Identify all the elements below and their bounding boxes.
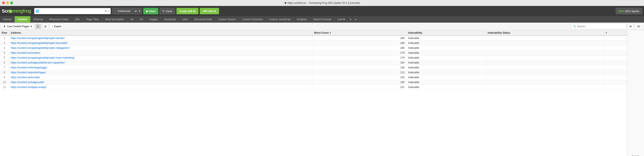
col-word-count[interactable]: Word Count bbox=[312, 30, 406, 36]
list-icon: ☰ bbox=[37, 25, 40, 28]
mode-selector[interactable]: ⬦ Subdomain ▾ bbox=[112, 8, 142, 14]
row-address[interactable]: https://sunbird.se/foretagslogga/ bbox=[9, 65, 312, 70]
table-row[interactable]: 7 https://sunbird.se/foretagslogga/ 148 … bbox=[0, 65, 627, 70]
tree-view-button[interactable]: ⊞ bbox=[42, 24, 48, 29]
minimize-button[interactable] bbox=[6, 2, 9, 4]
row-indexability: Indexable bbox=[406, 46, 486, 50]
logo: Scremingfrog bbox=[2, 8, 31, 14]
filter-options-button[interactable]: ⚙ bbox=[628, 24, 634, 29]
row-address[interactable]: https://sunbird.se/lediga-jobb/ bbox=[9, 80, 312, 85]
close-button[interactable] bbox=[2, 2, 5, 4]
filter-dropdown[interactable]: ▼ Low Content Pages ▾ bbox=[1, 24, 34, 29]
tree-icon: ⊞ bbox=[44, 25, 47, 28]
tab-response-codes[interactable]: Response Codes bbox=[46, 16, 72, 22]
row-word-count: 188 bbox=[312, 36, 406, 41]
row-indexability: Indexable bbox=[406, 85, 486, 90]
tab-h2[interactable]: H2 bbox=[137, 16, 146, 22]
table-row[interactable]: 2 https://sunbird.se/uppdrag/webbprojekt… bbox=[0, 41, 627, 46]
window-controls[interactable] bbox=[2, 2, 13, 4]
table-row[interactable]: 1 https://sunbird.se/uppdrag/webbprojekt… bbox=[0, 36, 627, 41]
row-extra bbox=[604, 60, 627, 65]
tab-meta-description[interactable]: Meta Description bbox=[102, 16, 128, 22]
tab-javascript[interactable]: JavaScript bbox=[161, 16, 179, 22]
row-indexability: Indexable bbox=[406, 60, 486, 65]
row-address[interactable]: https://sunbird.se/prisforfragan/ bbox=[9, 70, 312, 75]
row-indexability-status bbox=[486, 36, 604, 41]
tab-url[interactable]: URL bbox=[72, 16, 83, 22]
extra-tab-button[interactable]: ▾ bbox=[353, 16, 358, 22]
mode-dropdown[interactable]: Subdomain bbox=[117, 10, 138, 13]
row-address[interactable]: https://sunbird.se/digital-analys/ bbox=[9, 85, 312, 90]
tab-custom-search[interactable]: Custom Search bbox=[215, 16, 239, 22]
table-row[interactable]: 6 https://sunbird.se/lediga-jobb/lia-seo… bbox=[0, 60, 627, 65]
row-indexability: Indexable bbox=[406, 56, 486, 60]
url-clear-button[interactable]: ✕ bbox=[104, 10, 107, 13]
clear-label: Clear bbox=[166, 10, 172, 13]
tab-page-titles[interactable]: Page Titles bbox=[83, 16, 102, 22]
row-indexability-status bbox=[486, 41, 604, 46]
tab-custom-extraction[interactable]: Custom Extraction bbox=[239, 16, 266, 22]
row-number: 2 bbox=[0, 41, 9, 46]
tab-analytics[interactable]: Analytics bbox=[294, 16, 310, 22]
row-indexability-status bbox=[486, 56, 604, 60]
maximize-button[interactable] bbox=[10, 2, 13, 4]
row-address[interactable]: https://sunbird.se/uppdrag/webbprojekt-m… bbox=[9, 46, 312, 50]
col-indexability[interactable]: Indexability bbox=[406, 30, 486, 36]
search-icon: 🔍 bbox=[573, 25, 576, 28]
table-row[interactable]: 3 https://sunbird.se/uppdrag/webbprojekt… bbox=[0, 46, 627, 50]
clear-button[interactable]: ↻ Clear bbox=[160, 8, 175, 14]
more-tabs-button[interactable]: ▾ bbox=[348, 16, 353, 22]
search-input[interactable] bbox=[577, 25, 624, 28]
row-indexability: Indexable bbox=[406, 75, 486, 80]
api-button[interactable]: API 100 % bbox=[200, 8, 219, 14]
tab-h1[interactable]: H1 bbox=[128, 16, 137, 22]
tab-external[interactable]: External bbox=[30, 16, 46, 22]
refresh-icon: ↻ bbox=[162, 10, 165, 13]
row-indexability: Indexable bbox=[406, 65, 486, 70]
col-address[interactable]: Address bbox=[9, 30, 312, 36]
row-word-count: 105 bbox=[312, 75, 406, 80]
export-label: Export bbox=[54, 25, 62, 28]
col-plus[interactable]: + bbox=[604, 30, 627, 36]
window-title: 🕷 https-sunbird-se- - Screaming Frog SEO… bbox=[284, 2, 360, 4]
export-right-button[interactable]: Ex bbox=[635, 24, 643, 29]
export-button[interactable]: ↑ Export bbox=[50, 24, 64, 29]
col-row[interactable]: Row bbox=[0, 30, 9, 36]
table-row[interactable]: 4 https://sunbird.se/cookies/ 179 Indexa… bbox=[0, 50, 627, 56]
row-address[interactable]: https://sunbird.se/lediga-jobb/lia-seo-c… bbox=[9, 60, 312, 65]
url-dropdown-button[interactable]: ▾ bbox=[108, 10, 109, 12]
start-button[interactable]: ▶ Start bbox=[143, 8, 158, 14]
tab-internal[interactable]: Internal bbox=[0, 16, 15, 22]
tab-content[interactable]: Content bbox=[15, 16, 30, 22]
table-row[interactable]: 11 https://sunbird.se/digital-analys/ 10… bbox=[0, 85, 627, 90]
col-indexability-status[interactable]: Indexability Status bbox=[486, 30, 604, 36]
row-address[interactable]: https://sunbird.se/kontakt/ bbox=[9, 75, 312, 80]
table-row[interactable]: 10 https://sunbird.se/lediga-jobb/ 105 I… bbox=[0, 80, 627, 85]
crawl-button[interactable]: Crawl 100 % bbox=[176, 8, 198, 14]
table-row[interactable]: 5 https://sunbird.se/uppdrag/webbprojekt… bbox=[0, 56, 627, 60]
row-number: 1 bbox=[0, 36, 9, 41]
row-indexability-status bbox=[486, 85, 604, 90]
tab-search-console[interactable]: Search Console bbox=[310, 16, 334, 22]
url-input[interactable]: https://sunbird.se/ bbox=[40, 10, 103, 12]
row-number: 8 bbox=[0, 70, 9, 75]
list-view-button[interactable]: ☰ bbox=[35, 24, 41, 29]
tab-structured-data[interactable]: Structured Data bbox=[191, 16, 215, 22]
tab-custom-javascript[interactable]: Custom JavaScript bbox=[266, 16, 294, 22]
tab-link-m[interactable]: Link M bbox=[334, 16, 348, 22]
table-row[interactable]: 9 https://sunbird.se/kontakt/ 105 Indexa… bbox=[0, 75, 627, 80]
row-number: 6 bbox=[0, 60, 9, 65]
tab-images[interactable]: Images bbox=[146, 16, 161, 22]
row-address[interactable]: https://sunbird.se/uppdrag/webbprojekt-b… bbox=[9, 41, 312, 46]
row-number: 10 bbox=[0, 80, 9, 85]
right-panel-label: Respor bbox=[632, 155, 639, 156]
row-indexability-status bbox=[486, 80, 604, 85]
row-indexability: Indexable bbox=[406, 80, 486, 85]
row-address[interactable]: https://sunbird.se/uppdrag/webbprojekt-h… bbox=[9, 36, 312, 41]
row-address[interactable]: https://sunbird.se/cookies/ bbox=[9, 50, 312, 56]
row-address[interactable]: https://sunbird.se/uppdrag/webbprojekt-c… bbox=[9, 56, 312, 60]
row-indexability-status bbox=[486, 60, 604, 65]
table-row[interactable]: 8 https://sunbird.se/prisforfragan/ 113 … bbox=[0, 70, 627, 75]
row-indexability-status bbox=[486, 46, 604, 50]
tab-links[interactable]: Links bbox=[179, 16, 191, 22]
